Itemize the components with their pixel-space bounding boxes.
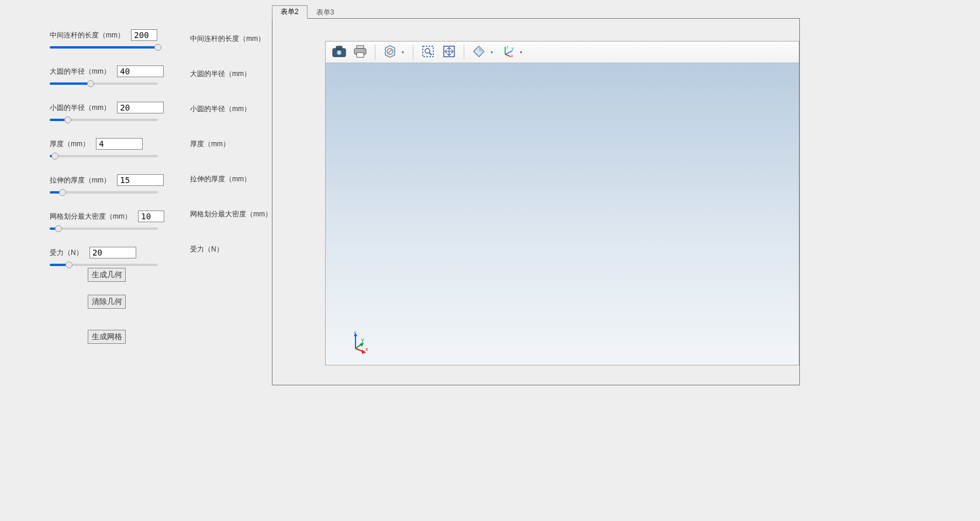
param-input-thickness[interactable] — [96, 138, 143, 150]
svg-point-12 — [425, 49, 430, 53]
echo-label: 拉伸的厚度（mm） — [190, 174, 272, 182]
param-label: 厚度（mm） — [50, 139, 89, 149]
echo-label: 大圆的半径（mm） — [190, 69, 272, 77]
param-label: 中间连杆的长度（mm） — [50, 30, 125, 40]
axis-x-label: x — [365, 346, 368, 352]
svg-text:y: y — [512, 46, 514, 51]
echo-label: 受力（N） — [190, 244, 272, 253]
slider-thumb[interactable] — [55, 225, 62, 232]
dropdown-arrow-icon[interactable]: ▾ — [489, 50, 495, 55]
generate-mesh-button[interactable]: 生成网格 — [88, 330, 126, 344]
transparency-button[interactable] — [469, 43, 489, 61]
printer-icon — [353, 45, 367, 60]
axis-gizmo: z y x — [348, 331, 371, 354]
slider-thumb[interactable] — [87, 80, 94, 87]
zoom-extents-button[interactable] — [439, 43, 459, 61]
svg-point-3 — [338, 51, 341, 54]
tab-panel: ▾ ▾ — [272, 18, 800, 385]
axis-icon: z y x — [502, 45, 515, 60]
param-label: 网格划分最大密度（mm） — [50, 212, 132, 222]
generate-geometry-button[interactable]: 生成几何 — [88, 268, 126, 282]
print-button[interactable] — [350, 43, 370, 61]
param-input-force[interactable] — [89, 247, 136, 258]
viewer-toolbar: ▾ ▾ — [326, 42, 799, 63]
param-echo-column: 中间连杆的长度（mm） 大圆的半径（mm） 小圆的半径（mm） 厚度（mm） 拉… — [190, 34, 272, 280]
param-input-small-radius[interactable] — [117, 102, 164, 113]
svg-line-13 — [429, 53, 432, 55]
diamond-icon — [472, 45, 485, 60]
svg-line-21 — [505, 54, 511, 57]
axis-y-label: y — [361, 337, 364, 343]
svg-text:x: x — [511, 54, 513, 58]
toolbar-separator — [464, 44, 464, 60]
slider-thickness[interactable] — [50, 152, 158, 159]
clear-geometry-button[interactable]: 清除几何 — [88, 295, 126, 309]
echo-label: 小圆的半径（mm） — [190, 104, 272, 112]
no-symbol-icon — [384, 45, 396, 60]
param-label: 拉伸的厚度（mm） — [50, 175, 111, 185]
param-input-extrude-thickness[interactable] — [117, 174, 164, 186]
svg-rect-4 — [357, 46, 364, 49]
svg-rect-11 — [423, 46, 433, 57]
param-input-rod-length[interactable] — [131, 29, 157, 41]
param-label: 小圆的半径（mm） — [50, 103, 111, 113]
fit-view-icon — [443, 45, 456, 60]
zoom-selection-icon — [422, 45, 434, 60]
tab-strip: 表单2 表单3 — [272, 6, 801, 18]
action-buttons: 生成几何 清除几何 生成网格 — [88, 268, 126, 357]
slider-thumb[interactable] — [154, 44, 161, 51]
dropdown-arrow-icon[interactable]: ▾ — [518, 50, 524, 55]
echo-label: 网格划分最大密度（mm） — [190, 209, 272, 218]
slider-thumb[interactable] — [51, 153, 58, 160]
slider-extrude-thickness[interactable] — [50, 188, 158, 195]
slider-force[interactable] — [50, 261, 158, 268]
axis-z-label: z — [354, 331, 357, 334]
axis-orientation-button[interactable]: z y x — [498, 43, 518, 61]
toolbar-separator — [375, 44, 375, 60]
svg-text:z: z — [506, 45, 509, 49]
graphics-viewer: ▾ ▾ — [325, 41, 799, 365]
echo-label: 中间连杆的长度（mm） — [190, 34, 272, 42]
slider-mesh-density[interactable] — [50, 225, 158, 232]
scene-light-button[interactable] — [380, 43, 400, 61]
slider-rod-length[interactable] — [50, 43, 158, 50]
tab-form3[interactable]: 表单3 — [308, 6, 343, 19]
viewport-canvas[interactable]: z y x — [326, 63, 799, 365]
slider-big-radius[interactable] — [50, 80, 158, 87]
svg-rect-1 — [336, 46, 342, 49]
param-input-mesh-density[interactable] — [138, 211, 164, 222]
screenshot-button[interactable] — [329, 43, 349, 61]
tab-form2[interactable]: 表单2 — [272, 5, 308, 19]
camera-icon — [332, 46, 346, 59]
param-input-big-radius[interactable] — [117, 65, 164, 77]
echo-label: 厚度（mm） — [190, 139, 272, 147]
param-label: 受力（N） — [50, 248, 83, 258]
dropdown-arrow-icon[interactable]: ▾ — [400, 50, 406, 55]
toolbar-separator — [413, 44, 413, 60]
zoom-box-button[interactable] — [418, 43, 438, 61]
svg-point-7 — [364, 50, 365, 51]
slider-thumb[interactable] — [64, 116, 71, 123]
svg-rect-6 — [357, 53, 364, 57]
slider-thumb[interactable] — [65, 261, 73, 268]
slider-small-radius[interactable] — [50, 116, 158, 123]
tabs-area: 表单2 表单3 — [272, 6, 801, 385]
param-label: 大圆的半径（mm） — [50, 67, 111, 77]
slider-thumb[interactable] — [59, 189, 66, 196]
